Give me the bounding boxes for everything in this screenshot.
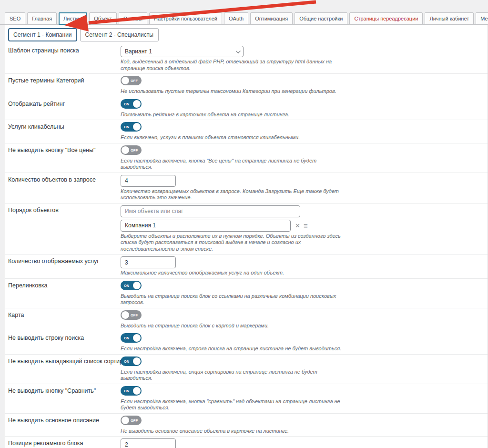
- settings-row: Количество объектов в запросеКоличество …: [5, 173, 488, 204]
- setting-description: Если настройка включена, кнопка "Все цен…: [121, 158, 346, 171]
- setting-description: Если включено, услуги в плашках объекта …: [121, 134, 346, 141]
- toggle-state-label: ON: [124, 125, 129, 129]
- settings-row: Количество отображаемых услугМаксимально…: [5, 255, 488, 279]
- setting-label: Не выводить строку поиска: [8, 333, 121, 352]
- setting-label: Пустые термины Категорий: [8, 76, 121, 95]
- toggle-state-label: OFF: [131, 418, 138, 422]
- settings-row: КартаOFFВыводить на странице поиска блок…: [5, 308, 488, 332]
- setting-description: Не выводить основное описание объекта в …: [121, 428, 346, 435]
- hide-compare-button-toggle[interactable]: ON: [121, 386, 142, 396]
- setting-control: ONЕсли настройка включена, опция сортиро…: [121, 356, 484, 382]
- remove-icon[interactable]: ✕: [295, 223, 300, 229]
- map-toggle[interactable]: OFF: [121, 310, 142, 320]
- settings-row: Пустые термины КатегорийOFFНе использова…: [5, 74, 488, 97]
- services-clickable-toggle[interactable]: ON: [121, 122, 142, 132]
- show-rating-toggle[interactable]: ON: [121, 99, 142, 109]
- tab-reviews[interactable]: Отзывы: [119, 12, 147, 25]
- setting-label: Не выводить кнопку "Все цены": [8, 145, 121, 171]
- toggle-state-label: ON: [124, 336, 129, 340]
- setting-description: Максимальное количество отображаемых усл…: [121, 270, 346, 276]
- interlinking-toggle[interactable]: ON: [121, 281, 142, 290]
- hide-main-description-toggle[interactable]: OFF: [121, 416, 142, 425]
- settings-row: Не выводить строку поискаONЕсли настройк…: [5, 331, 488, 355]
- toggle-state-label: ON: [124, 359, 129, 363]
- setting-label: Порядок объектов: [8, 205, 121, 253]
- setting-control: OFFВыводить на странице поиска блок с ка…: [121, 310, 484, 329]
- setting-description: Показывать рейтинг в карточках объекта н…: [121, 112, 346, 118]
- segment-button-segment-2-specialists[interactable]: Сегмент 2 - Специалисты: [80, 28, 159, 41]
- setting-label: Позиция рекламного блока: [8, 438, 121, 448]
- search-page-template-select[interactable]: Вариант 1: [121, 46, 244, 57]
- setting-control: OFFНе использовать пустые термины таксон…: [121, 76, 484, 95]
- setting-label: Карта: [8, 310, 121, 329]
- setting-control: ONЕсли настройка включена, кнопка "сравн…: [121, 386, 484, 411]
- toggle-knob: [133, 334, 141, 342]
- settings-row: Отображать рейтингONПоказывать рейтинг в…: [5, 97, 488, 121]
- tab-oauth[interactable]: OAuth: [224, 12, 248, 25]
- setting-control: Максимальное количество отображаемых усл…: [121, 256, 484, 276]
- toggle-state-label: ON: [124, 283, 129, 287]
- toggle-knob: [133, 387, 141, 395]
- toggle-knob: [122, 146, 129, 154]
- toggle-knob: [122, 77, 129, 84]
- settings-row: Услуги кликабельныONЕсли включено, услуг…: [5, 120, 488, 143]
- setting-description: Если настройка включена, опция сортировк…: [121, 369, 346, 382]
- setting-label: Не выводить кнопку "Сравнить": [8, 386, 121, 411]
- setting-control: ✕≡Выберите объекты и расположите их в ну…: [121, 205, 484, 253]
- displayed-services-count-input[interactable]: [121, 256, 176, 268]
- toggle-knob: [133, 282, 141, 289]
- drag-handle-icon[interactable]: ≡: [304, 222, 308, 229]
- tab-general-settings[interactable]: Общие настройки: [295, 12, 347, 25]
- segment-button-segment-1-companies[interactable]: Сегмент 1 - Компании: [8, 28, 77, 41]
- tab-user-settings[interactable]: Настройки пользователей: [149, 12, 222, 25]
- settings-rows: Шаблон страницы поискаВариант 1Код, выде…: [5, 44, 488, 448]
- setting-description: Код, выделенный в отдельный файл PHP, от…: [121, 59, 346, 71]
- tab-personal-account[interactable]: Личный кабинет: [425, 12, 474, 25]
- tab-menu[interactable]: Меню: [476, 12, 488, 25]
- setting-label: Услуги кликабельны: [8, 122, 121, 141]
- toggle-state-label: OFF: [131, 313, 138, 317]
- hide-all-prices-button-toggle[interactable]: OFF: [121, 145, 142, 155]
- settings-row: ПерелинковкаONВыводить на странице поиск…: [5, 279, 488, 308]
- settings-row: Позиция рекламного блокаПосле скольких о…: [5, 437, 488, 448]
- settings-row: Не выводить выпадающий список сортировки…: [5, 355, 488, 384]
- setting-label: Количество отображаемых услуг: [8, 256, 121, 276]
- settings-row: Не выводить кнопку "Все цены"OFFЕсли нас…: [5, 143, 488, 173]
- objects-per-request-input[interactable]: [121, 175, 176, 187]
- hide-sort-dropdown-toggle[interactable]: ON: [121, 356, 142, 366]
- toggle-state-label: OFF: [131, 148, 138, 152]
- tab-listing[interactable]: Листинг: [59, 12, 87, 25]
- objects-order-search-input[interactable]: [121, 205, 300, 217]
- setting-description: Не использовать пустые термины таксономи…: [121, 88, 346, 95]
- toggle-state-label: ON: [124, 102, 129, 106]
- setting-label: Не выводить выпадающий список сортировки: [8, 356, 121, 382]
- settings-row: Порядок объектов✕≡Выберите объекты и рас…: [5, 204, 488, 255]
- setting-control: ONЕсли настройка включена, строка поиска…: [121, 333, 484, 352]
- setting-description: Выводить на странице поиска блок с карто…: [121, 323, 346, 329]
- setting-label: Отображать рейтинг: [8, 99, 121, 118]
- ad-block-position-input[interactable]: [121, 438, 176, 448]
- settings-row: Не выводить кнопку "Сравнить"ONЕсли наст…: [5, 384, 488, 414]
- settings-row: Шаблон страницы поискаВариант 1Код, выде…: [5, 44, 488, 74]
- toggle-state-label: ON: [124, 388, 129, 393]
- empty-category-terms-toggle[interactable]: OFF: [121, 76, 142, 85]
- tab-object[interactable]: Объект: [89, 12, 116, 25]
- setting-control: После скольких объектов показывать рекла…: [121, 438, 484, 448]
- setting-label: Шаблон страницы поиска: [8, 46, 121, 71]
- toggle-state-label: OFF: [131, 79, 138, 83]
- setting-control: OFFНе выводить основное описание объекта…: [121, 416, 484, 435]
- tab-seo[interactable]: SEO: [5, 12, 25, 25]
- setting-label: Количество объектов в запросе: [8, 175, 121, 201]
- setting-description: Количество возвращаемых объектов в запро…: [121, 188, 346, 201]
- tab-bar: SEOГлавнаяЛистингОбъектОтзывыНастройки п…: [0, 0, 488, 25]
- objects-order-item-input[interactable]: [121, 220, 291, 232]
- tab-redirect-pages[interactable]: Страницы переадресации: [349, 12, 423, 25]
- setting-description: Выберите объекты и расположите их в нужн…: [121, 233, 346, 253]
- select-value: Вариант 1: [125, 48, 152, 55]
- toggle-knob: [133, 123, 141, 131]
- hide-search-bar-toggle[interactable]: ON: [121, 333, 142, 343]
- tab-optimization[interactable]: Оптимизация: [250, 12, 293, 25]
- tab-home[interactable]: Главная: [27, 12, 57, 25]
- chevron-down-icon: [236, 49, 241, 53]
- setting-description: Если настройка включена, строка поиска н…: [121, 346, 346, 352]
